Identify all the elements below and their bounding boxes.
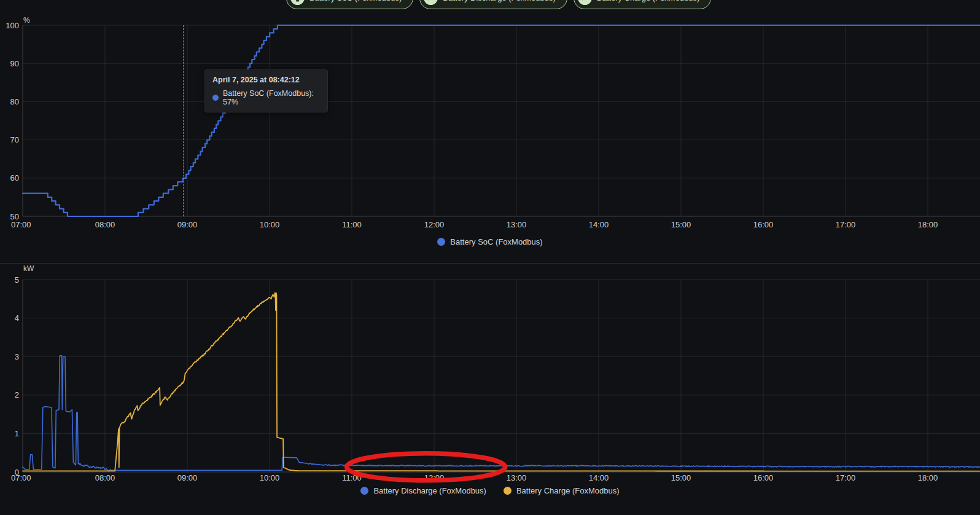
entity-filter-row: ▮ Battery SoC (FoxModbus) ↦ Battery Disc…	[286, 0, 711, 9]
battery-soc-icon: ▮	[290, 0, 305, 5]
battery-discharge-icon: ↦	[424, 0, 438, 5]
y-tick-label: 3	[15, 352, 19, 361]
x-tick-label: 09:00	[177, 220, 198, 229]
x-tick-label: 10:00	[260, 473, 280, 482]
legend-series-label: Battery Charge (FoxModbus)	[516, 486, 620, 495]
panel-divider	[0, 263, 980, 264]
x-tick-label: 18:00	[918, 473, 938, 482]
x-tick-label: 14:00	[589, 473, 609, 482]
y-tick-label: 70	[10, 135, 19, 144]
filter-pill-label: Battery Discharge (FoxModbus)	[443, 0, 556, 2]
chart-tooltip: April 7, 2025 at 08:42:12 Battery SoC (F…	[204, 69, 328, 112]
y-tick-label: 90	[10, 59, 19, 68]
legend-series-dot	[504, 487, 511, 495]
x-tick-label: 07:00	[11, 473, 31, 482]
x-tick-label: 09:00	[177, 473, 198, 482]
x-tick-label: 15:00	[671, 473, 691, 482]
battery-soc-line	[23, 25, 979, 216]
charts-canvas[interactable]: 100908070605007:0008:0009:0010:0011:0012…	[0, 0, 980, 515]
legend-series-label: Battery SoC (FoxModbus)	[450, 237, 542, 246]
y-tick-label: 4	[15, 313, 19, 323]
filter-pill-battery-discharge[interactable]: ↦ Battery Discharge (FoxModbus)	[419, 0, 567, 9]
x-tick-label: 08:00	[95, 220, 115, 229]
x-tick-label: 17:00	[836, 473, 856, 482]
soc-legend: Battery SoC (FoxModbus)	[0, 237, 980, 246]
x-tick-label: 16:00	[753, 220, 774, 229]
x-tick-label: 08:00	[95, 473, 115, 482]
x-tick-label: 11:00	[342, 220, 362, 229]
tooltip-timestamp: April 7, 2025 at 08:42:12	[212, 76, 320, 84]
x-tick-label: 10:00	[260, 220, 280, 229]
legend-item[interactable]: Battery Charge (FoxModbus)	[504, 486, 620, 495]
y-tick-label: 1	[15, 429, 19, 438]
legend-series-dot	[437, 238, 445, 246]
y-tick-label: 80	[10, 97, 19, 106]
x-tick-label: 14:00	[589, 220, 609, 229]
legend-item[interactable]: Battery SoC (FoxModbus)	[437, 237, 542, 246]
x-tick-label: 17:00	[836, 220, 856, 229]
legend-item[interactable]: Battery Discharge (FoxModbus)	[360, 486, 486, 495]
x-tick-label: 15:00	[671, 220, 691, 229]
x-tick-label: 18:00	[918, 220, 938, 229]
tooltip-series-dot	[212, 95, 219, 101]
battery-charge-icon: ⇤	[578, 0, 592, 5]
filter-pill-battery-soc[interactable]: ▮ Battery SoC (FoxModbus)	[286, 0, 413, 9]
legend-series-dot	[360, 487, 368, 495]
battery-discharge-line	[23, 356, 979, 471]
filter-pill-label: Battery SoC (FoxModbus)	[309, 0, 402, 2]
power-legend: Battery Discharge (FoxModbus)Battery Cha…	[0, 486, 980, 495]
battery-charge-line	[23, 293, 979, 471]
y-tick-label: 2	[15, 390, 19, 399]
tooltip-series-value: Battery SoC (FoxModbus): 57%	[223, 89, 320, 106]
y-tick-label: 60	[10, 173, 19, 183]
filter-pill-battery-charge[interactable]: ⇤ Battery Charge (FoxModbus)	[574, 0, 712, 9]
legend-series-label: Battery Discharge (FoxModbus)	[373, 486, 486, 495]
x-tick-label: 13:00	[507, 473, 527, 482]
x-tick-label: 07:00	[11, 220, 31, 229]
x-tick-label: 12:00	[424, 220, 445, 229]
y-tick-label: 100	[6, 21, 19, 30]
axis-unit-label: %	[23, 16, 30, 25]
filter-pill-label: Battery Charge (FoxModbus)	[597, 0, 700, 2]
x-tick-label: 16:00	[753, 473, 774, 482]
x-tick-label: 13:00	[507, 220, 527, 229]
axis-unit-label: kW	[23, 264, 34, 273]
y-tick-label: 5	[15, 275, 19, 285]
dashboard: 100908070605007:0008:0009:0010:0011:0012…	[0, 0, 980, 515]
hover-crosshair-line	[183, 25, 184, 216]
